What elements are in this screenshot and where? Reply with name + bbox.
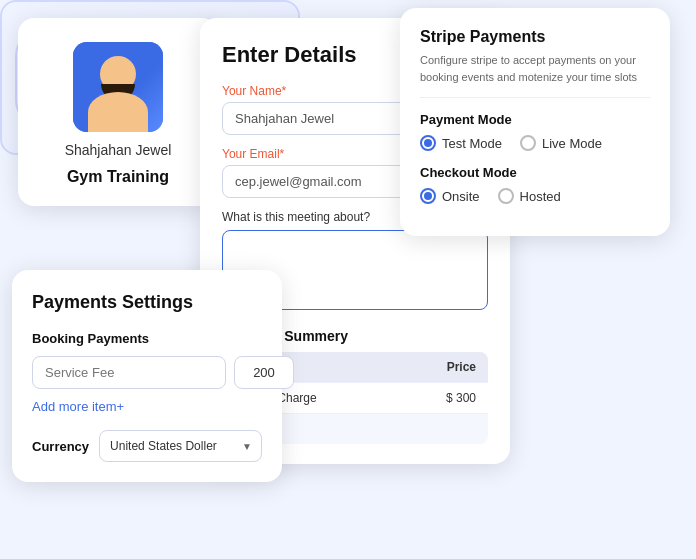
live-mode-dot <box>520 135 536 151</box>
amount-input[interactable] <box>234 356 294 389</box>
test-mode-label: Test Mode <box>442 136 502 151</box>
profile-title: Gym Training <box>67 168 169 186</box>
payment-mode-group: Test Mode Live Mode <box>420 135 650 151</box>
booking-row <box>32 356 262 389</box>
service-fee-input[interactable] <box>32 356 226 389</box>
test-mode-radio[interactable]: Test Mode <box>420 135 502 151</box>
live-mode-label: Live Mode <box>542 136 602 151</box>
live-mode-radio[interactable]: Live Mode <box>520 135 602 151</box>
currency-label: Currency <box>32 439 89 454</box>
stripe-subtitle: Configure stripe to accept payments on y… <box>420 52 650 98</box>
currency-row: Currency United States Doller Euro GBP ▼ <box>32 430 262 462</box>
currency-select-wrapper: United States Doller Euro GBP ▼ <box>99 430 262 462</box>
onsite-dot <box>420 188 436 204</box>
total-value <box>399 414 488 445</box>
row-price: $ 300 <box>399 383 488 414</box>
checkout-mode-group: Onsite Hosted <box>420 188 650 204</box>
booking-label: Booking Payments <box>32 331 262 346</box>
checkout-mode-label: Checkout Mode <box>420 165 650 180</box>
profile-card: Shahjahan Jewel Gym Training <box>18 18 218 206</box>
col-price: Price <box>399 352 488 383</box>
onsite-radio[interactable]: Onsite <box>420 188 480 204</box>
payments-settings-card: Payments Settings Booking Payments Add m… <box>12 270 282 482</box>
add-more-link[interactable]: Add more item+ <box>32 399 262 414</box>
hosted-label: Hosted <box>520 189 561 204</box>
payment-mode-label: Payment Mode <box>420 112 650 127</box>
hosted-radio[interactable]: Hosted <box>498 188 561 204</box>
avatar <box>73 42 163 132</box>
profile-name: Shahjahan Jewel <box>65 142 172 158</box>
stripe-heading: Stripe Payments <box>420 28 650 46</box>
hosted-dot <box>498 188 514 204</box>
settings-heading: Payments Settings <box>32 292 262 313</box>
currency-select[interactable]: United States Doller Euro GBP <box>99 430 262 462</box>
test-mode-dot <box>420 135 436 151</box>
stripe-payments-card: Stripe Payments Configure stripe to acce… <box>400 8 670 236</box>
onsite-label: Onsite <box>442 189 480 204</box>
